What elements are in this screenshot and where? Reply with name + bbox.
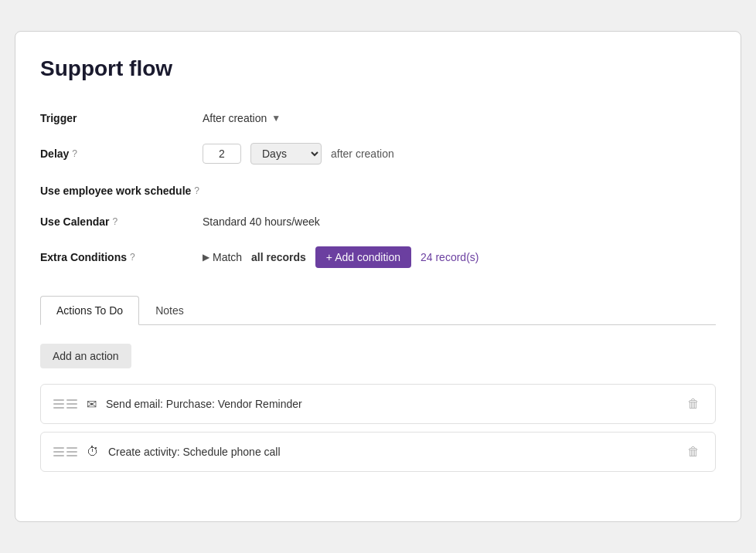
delay-help-icon[interactable]: ? [72, 148, 77, 159]
delete-action-button[interactable]: 🗑 [684, 395, 703, 412]
trigger-value: After creation ▼ [203, 112, 716, 124]
page-title: Support flow [40, 56, 716, 81]
arrow-icon: ▶ [203, 252, 209, 263]
delay-row: Delay ? Days Hours Minutes after creatio… [40, 134, 716, 174]
delay-value: Days Hours Minutes after creation [203, 143, 716, 165]
delete-action-button[interactable]: 🗑 [684, 443, 703, 460]
tabs-section: Actions To Do Notes [40, 296, 716, 325]
use-calendar-value: Standard 40 hours/week [203, 215, 716, 228]
use-calendar-row: Use Calendar ? Standard 40 hours/week [40, 206, 716, 237]
use-schedule-label: Use employee work schedule ? [40, 183, 203, 197]
match-text: ▶ Match all records [203, 251, 306, 263]
add-condition-button[interactable]: + Add condition [315, 246, 411, 268]
delay-label: Delay ? [40, 148, 203, 160]
form-section: Trigger After creation ▼ Delay ? Days Ho… [40, 103, 716, 277]
use-calendar-help-icon[interactable]: ? [112, 216, 117, 227]
trigger-row: Trigger After creation ▼ [40, 103, 716, 134]
chevron-down-icon: ▼ [271, 113, 281, 124]
tab-notes[interactable]: Notes [139, 296, 200, 324]
delay-after-text: after creation [331, 148, 394, 160]
action-text: Create activity: Schedule phone call [108, 446, 675, 458]
delay-number-input[interactable] [203, 144, 241, 164]
tabs-list: Actions To Do Notes [40, 296, 716, 324]
tab-content: Add an action ✉ Send email: Purchase: Ve… [40, 325, 716, 490]
table-row: ✉ Send email: Purchase: Vendor Reminder … [40, 384, 716, 424]
extra-conditions-value: ▶ Match all records + Add condition 24 r… [203, 246, 716, 268]
use-schedule-row: Use employee work schedule ? [40, 174, 716, 206]
drag-handle-icon[interactable] [53, 399, 77, 409]
delay-unit-select[interactable]: Days Hours Minutes [250, 143, 322, 165]
records-count: 24 record(s) [421, 251, 478, 263]
drag-handle-icon[interactable] [53, 447, 77, 456]
use-calendar-label: Use Calendar ? [40, 215, 203, 228]
action-list: ✉ Send email: Purchase: Vendor Reminder … [40, 384, 716, 472]
activity-icon: ⏱ [87, 445, 99, 459]
trigger-label: Trigger [40, 112, 203, 124]
email-icon: ✉ [87, 397, 97, 412]
extra-conditions-label: Extra Conditions ? [40, 251, 203, 263]
use-schedule-help-icon[interactable]: ? [194, 185, 199, 196]
table-row: ⏱ Create activity: Schedule phone call 🗑 [40, 432, 716, 472]
action-text: Send email: Purchase: Vendor Reminder [106, 398, 675, 410]
add-action-button[interactable]: Add an action [40, 344, 131, 368]
extra-conditions-row: Extra Conditions ? ▶ Match all records +… [40, 237, 716, 277]
trigger-select[interactable]: After creation ▼ [203, 112, 281, 124]
main-card: Support flow Trigger After creation ▼ De… [15, 31, 741, 522]
extra-conditions-help-icon[interactable]: ? [130, 252, 135, 263]
tab-actions-to-do[interactable]: Actions To Do [40, 296, 139, 325]
